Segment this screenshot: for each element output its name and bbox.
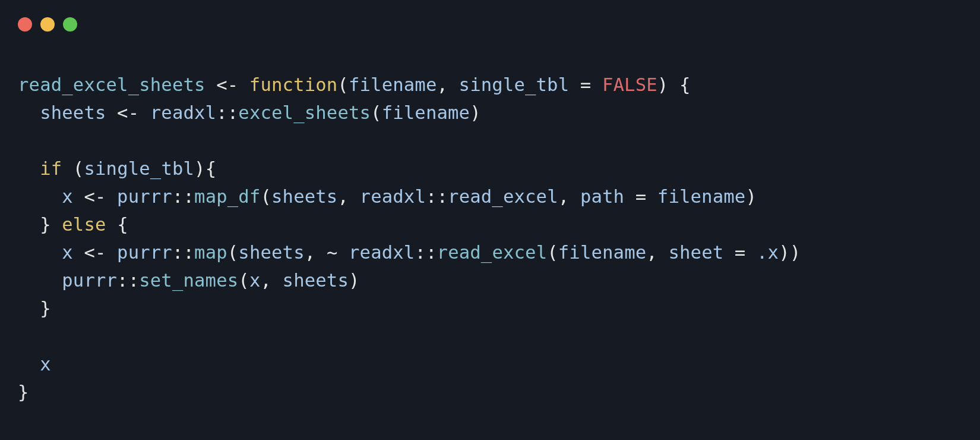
code-line: } else { — [18, 214, 128, 235]
paren-close-brace: ){ — [194, 158, 216, 179]
comma: , — [437, 74, 459, 95]
variable: sheets — [40, 102, 106, 123]
indent — [18, 214, 40, 235]
paren-open: ( — [227, 242, 239, 263]
return-value: x — [40, 354, 51, 375]
indent — [18, 186, 62, 207]
brace-close: } — [40, 298, 51, 319]
double-colon: :: — [172, 242, 194, 263]
paren-open: ( — [73, 158, 84, 179]
indent — [18, 270, 62, 291]
indent — [18, 298, 40, 319]
comma: , — [646, 242, 668, 263]
paren-close-brace: ) { — [657, 74, 691, 95]
argument: filename — [382, 102, 470, 123]
assign-operator: <- — [73, 242, 117, 263]
double-colon: :: — [415, 242, 437, 263]
argument: filename — [558, 242, 647, 263]
space — [62, 158, 73, 179]
argument: .x — [757, 242, 779, 263]
space — [106, 214, 118, 235]
paren-open: ( — [260, 186, 271, 207]
argument: sheets — [238, 242, 304, 263]
function-call: set_names — [139, 270, 238, 291]
argument: filename — [657, 186, 746, 207]
comma: , — [260, 270, 282, 291]
code-line: x <- purrr::map_df(sheets, readxl::read_… — [18, 186, 757, 207]
named-arg: path — [580, 186, 624, 207]
indent — [18, 158, 40, 179]
keyword-else: else — [62, 214, 106, 235]
paren-close: ) — [790, 242, 801, 263]
space — [51, 214, 62, 235]
function-call: read_excel — [437, 242, 548, 263]
paren-open: ( — [371, 102, 382, 123]
argument: sheets — [283, 270, 349, 291]
assign-operator: <- — [73, 186, 117, 207]
maximize-icon[interactable] — [63, 17, 77, 32]
double-colon: :: — [117, 270, 139, 291]
code-line: x <- purrr::map(sheets, ~ readxl::read_e… — [18, 242, 801, 263]
code-line: read_excel_sheets <- function(filename, … — [18, 74, 690, 95]
indent — [18, 242, 62, 263]
comma: , — [558, 186, 580, 207]
code-line: x — [18, 354, 51, 375]
double-colon: :: — [172, 186, 194, 207]
double-colon: :: — [426, 186, 448, 207]
code-editor[interactable]: read_excel_sheets <- function(filename, … — [0, 36, 980, 407]
indent — [18, 102, 40, 123]
indent — [18, 354, 40, 375]
equals: = — [569, 74, 602, 95]
code-line: sheets <- readxl::excel_sheets(filename) — [18, 102, 481, 123]
paren-close: ) — [349, 270, 360, 291]
code-line: } — [18, 382, 29, 403]
equals: = — [723, 242, 757, 263]
tilde: ~ — [327, 242, 338, 263]
named-arg: sheet — [668, 242, 723, 263]
minimize-icon[interactable] — [40, 17, 55, 32]
close-icon[interactable] — [18, 17, 32, 32]
package-name: purrr — [117, 242, 172, 263]
argument: sheets — [271, 186, 337, 207]
param: filename — [349, 74, 437, 95]
paren-open: ( — [547, 242, 558, 263]
package-name: purrr — [62, 270, 117, 291]
assign-operator: <- — [206, 74, 249, 95]
code-line: if (single_tbl){ — [18, 158, 216, 179]
package-name: readxl — [360, 186, 426, 207]
brace-close: } — [40, 214, 51, 235]
keyword-if: if — [40, 158, 62, 179]
function-call: excel_sheets — [238, 102, 371, 123]
function-call: map_df — [194, 186, 260, 207]
paren-close: ) — [779, 242, 790, 263]
keyword-function: function — [249, 74, 338, 95]
argument: read_excel — [448, 186, 558, 207]
paren-close: ) — [745, 186, 757, 207]
comma: , — [305, 242, 327, 263]
package-name: readxl — [150, 102, 216, 123]
variable: x — [62, 186, 73, 207]
code-line: purrr::set_names(x, sheets) — [18, 270, 360, 291]
package-name: purrr — [117, 186, 172, 207]
condition: single_tbl — [84, 158, 194, 179]
paren-close: ) — [470, 102, 481, 123]
package-name: readxl — [349, 242, 415, 263]
double-colon: :: — [216, 102, 238, 123]
paren-open: ( — [337, 74, 349, 95]
literal-false: FALSE — [602, 74, 657, 95]
comma: , — [337, 186, 359, 207]
titlebar — [0, 0, 980, 36]
function-call: map — [194, 242, 227, 263]
function-definition-name: read_excel_sheets — [18, 74, 206, 95]
code-line: } — [18, 298, 51, 319]
variable: x — [62, 242, 73, 263]
argument: x — [249, 270, 261, 291]
space — [337, 242, 349, 263]
paren-open: ( — [238, 270, 249, 291]
param: single_tbl — [459, 74, 570, 95]
brace-open: { — [117, 214, 128, 235]
assign-operator: <- — [106, 102, 150, 123]
equals: = — [624, 186, 657, 207]
brace-close: } — [18, 382, 29, 403]
